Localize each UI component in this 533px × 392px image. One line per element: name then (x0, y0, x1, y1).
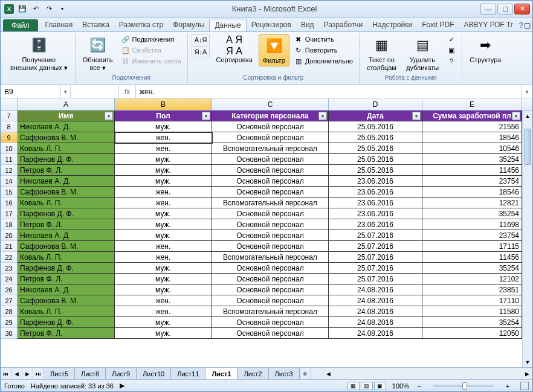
cell-sum[interactable]: 17110 (422, 295, 522, 306)
sheet-tab-Лист8[interactable]: Лист8 (75, 368, 106, 379)
fx-button[interactable]: fx (119, 85, 136, 98)
row-header[interactable]: 28 (1, 306, 18, 317)
cell-sum[interactable]: 12102 (422, 274, 522, 284)
cell-name[interactable]: Сафронова В. М. (18, 132, 115, 143)
cell-name[interactable]: Парфенов Д. Ф. (18, 208, 115, 219)
sheet-tab-Лист9[interactable]: Лист9 (106, 368, 137, 379)
ribbon-tab-3[interactable]: Формулы (168, 19, 209, 31)
cell-sum[interactable]: 35254 (422, 208, 522, 219)
cell-date[interactable]: 23.06.2016 (329, 198, 422, 208)
view-page-layout[interactable]: ▤ (361, 382, 373, 390)
refresh-all-button[interactable]: 🔄 Обновить все ▾ (79, 34, 117, 73)
macro-record-icon[interactable]: ▶ (120, 382, 124, 390)
cell-category[interactable]: Основной персонал (212, 154, 329, 165)
cell-date[interactable]: 25.07.2016 (329, 230, 422, 241)
structure-button[interactable]: ➡ Структура (466, 34, 505, 65)
cell-date[interactable]: 24.08.2016 (329, 317, 422, 328)
sort-button[interactable]: А ЯЯ А Сортировка (212, 34, 256, 65)
cell-gender[interactable]: муж. (115, 176, 212, 187)
cell-gender[interactable]: жен. (115, 241, 212, 252)
redo-icon[interactable]: ↷ (43, 3, 55, 15)
row-header[interactable]: 16 (1, 198, 18, 208)
sheet-tab-Лист11[interactable]: Лист11 (171, 368, 205, 379)
row-header[interactable]: 18 (1, 219, 18, 230)
cell-date[interactable]: 23.06.2016 (329, 208, 422, 219)
cell-date[interactable]: 23.06.2016 (329, 187, 422, 198)
cell-gender[interactable]: муж. (115, 230, 212, 241)
cell-gender[interactable]: муж. (115, 263, 212, 274)
filter-dropdown-date[interactable]: ▾ (412, 112, 421, 120)
hscroll-right[interactable]: ▶ (522, 368, 532, 379)
zoom-in[interactable]: + (503, 382, 512, 390)
cell-category[interactable]: Основной персонал (212, 208, 329, 219)
cell-category[interactable]: Основной персонал (212, 176, 329, 187)
cell-date[interactable]: 23.06.2016 (329, 176, 422, 187)
cell-category[interactable]: Вспомогательный персонал (212, 306, 329, 317)
zoom-level[interactable]: 100% (392, 382, 409, 390)
cell-date[interactable]: 25.07.2016 (329, 274, 422, 284)
sort-asc-button[interactable]: А↓Я (192, 34, 210, 45)
consolidate-button[interactable]: ▣ (445, 45, 458, 55)
select-all-corner[interactable] (1, 98, 18, 110)
cell-name[interactable]: Петров Ф. Л. (18, 328, 115, 339)
ribbon-tab-0[interactable]: Главная (40, 19, 78, 31)
data-validation-button[interactable]: ✓ (445, 34, 458, 44)
whatif-button[interactable]: ? (445, 56, 458, 66)
cell-gender[interactable]: муж. (115, 317, 212, 328)
cell-date[interactable]: 24.08.2016 (329, 328, 422, 339)
cell-category[interactable]: Основной персонал (212, 284, 329, 295)
cell-category[interactable]: Вспомогательный персонал (212, 198, 329, 208)
advanced-filter-button[interactable]: ▥Дополнительно (292, 56, 355, 66)
vertical-scrollbar[interactable]: ▲ ▼ (522, 111, 532, 367)
cell-category[interactable]: Основной персонал (212, 219, 329, 230)
cell-date[interactable]: 25.05.2016 (329, 165, 422, 176)
row-header[interactable]: 12 (1, 165, 18, 176)
cell-name[interactable]: Сафронова В. М. (18, 295, 115, 306)
cell-name[interactable]: Парфенов Д. Ф. (18, 317, 115, 328)
grid[interactable]: 7 Имя▾ Пол▾ Категория персонала▾ Дата▾ С… (1, 111, 532, 367)
row-header[interactable]: 30 (1, 328, 18, 339)
cell-category[interactable]: Основной персонал (212, 317, 329, 328)
clear-filter-button[interactable]: ✖Очистить (292, 34, 355, 44)
cell-name[interactable]: Коваль Л. П. (18, 143, 115, 154)
cell-name[interactable]: Петров Ф. Л. (18, 219, 115, 230)
ribbon-tab-4[interactable]: Данные (209, 19, 246, 31)
cell-gender[interactable]: жен. (115, 143, 212, 154)
sheet-nav-next[interactable]: ▶ (22, 368, 33, 379)
cell-sum[interactable]: 12821 (422, 198, 522, 208)
cell-sum[interactable]: 23754 (422, 230, 522, 241)
filter-dropdown-salary[interactable]: ▾ (512, 112, 520, 120)
close-button[interactable]: ✕ (514, 4, 530, 14)
row-header[interactable]: 11 (1, 154, 18, 165)
cell-gender[interactable]: жен. (115, 295, 212, 306)
view-page-break[interactable]: ▣ (374, 382, 386, 390)
name-box[interactable]: B9 (1, 85, 61, 98)
cell-date[interactable]: 24.08.2016 (329, 306, 422, 317)
cell-date[interactable]: 25.05.2016 (329, 121, 422, 132)
cell-gender[interactable]: муж. (115, 284, 212, 295)
row-header[interactable]: 10 (1, 143, 18, 154)
cell-sum[interactable]: 18546 (422, 187, 522, 198)
cell-category[interactable]: Основной персонал (212, 121, 329, 132)
cell-sum[interactable]: 12050 (422, 328, 522, 339)
cell-date[interactable]: 25.07.2016 (329, 263, 422, 274)
file-tab[interactable]: Файл (3, 19, 38, 31)
filter-dropdown-gender[interactable]: ▾ (202, 112, 210, 120)
cell-date[interactable]: 25.05.2016 (329, 143, 422, 154)
row-header[interactable]: 23 (1, 263, 18, 274)
row-header[interactable]: 29 (1, 317, 18, 328)
text-to-columns-button[interactable]: ▦ Текст по столбцам (363, 34, 400, 73)
col-header-C[interactable]: C (212, 98, 329, 110)
cell-sum[interactable]: 35254 (422, 263, 522, 274)
cell-sum[interactable]: 10546 (422, 143, 522, 154)
cell-category[interactable]: Основной персонал (212, 295, 329, 306)
name-box-dropdown[interactable]: ▾ (61, 85, 71, 98)
cell-category[interactable]: Основной персонал (212, 132, 329, 143)
cell-name[interactable]: Сафронова В. М. (18, 187, 115, 198)
cell-gender[interactable]: жен. (115, 132, 212, 143)
ribbon-tab-5[interactable]: Рецензиров (247, 19, 296, 31)
hscroll-left[interactable]: ◀ (323, 368, 334, 379)
row-header[interactable]: 22 (1, 252, 18, 263)
cell-category[interactable]: Основной персонал (212, 328, 329, 339)
cell-date[interactable]: 24.08.2016 (329, 284, 422, 295)
